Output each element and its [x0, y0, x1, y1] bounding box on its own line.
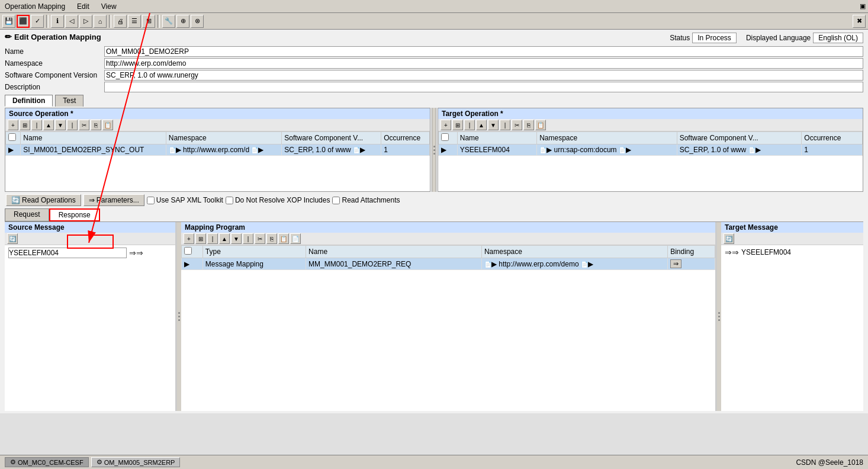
namespace-label: Namespace — [5, 59, 99, 68]
taskbar-item-1[interactable]: ⚙ OM_MC0_CEM-CESF — [5, 457, 89, 467]
tgt-add2-btn[interactable]: ⊞ — [452, 120, 463, 130]
toolbar-btn-info[interactable]: ℹ — [51, 15, 64, 28]
splitter-target[interactable] — [716, 222, 721, 411]
read-attachments-checkbox[interactable] — [332, 197, 340, 204]
tgt-col-name[interactable]: Name — [457, 132, 536, 144]
src-col-name[interactable]: Name — [21, 132, 166, 144]
map-sep1: | — [207, 233, 218, 244]
toolbar-btn-fwd[interactable]: ▷ — [79, 15, 92, 28]
map-new-btn[interactable]: 📄 — [290, 233, 301, 244]
map-sep2: | — [243, 233, 253, 244]
toolbar-btn-save[interactable]: 💾 — [2, 15, 15, 28]
edit-icon: ✏ — [5, 32, 12, 41]
map-copy-btn[interactable]: ⎘ — [266, 233, 277, 244]
tgt-copy-btn[interactable]: ⎘ — [523, 120, 534, 130]
name-input[interactable] — [104, 46, 863, 57]
tab-definition[interactable]: Definition — [5, 95, 53, 107]
tgt-col-occurrence[interactable]: Occurrence — [802, 132, 863, 144]
src-col-scv[interactable]: Software Component V... — [282, 132, 381, 144]
map-col-name[interactable]: Name — [306, 246, 482, 258]
parameters-btn[interactable]: ⇒ Parameters... — [83, 194, 144, 206]
map-paste-btn[interactable]: 📋 — [278, 233, 289, 244]
menu-edit[interactable]: Edit — [75, 1, 92, 12]
tab-test[interactable]: Test — [55, 95, 83, 107]
toolbar-btn-print[interactable]: 🖨 — [114, 15, 127, 28]
toolbar-btn-home[interactable]: ⌂ — [94, 15, 107, 28]
read-attachments-label[interactable]: Read Attachments — [332, 196, 400, 204]
src-col-namespace[interactable]: Namespace — [166, 132, 281, 144]
map-add2-btn[interactable]: ⊞ — [195, 233, 206, 244]
toolbar-btn-misc[interactable]: ⊗ — [191, 15, 204, 28]
src-sep2: | — [67, 120, 78, 130]
src-cut-btn[interactable]: ✂ — [79, 120, 89, 130]
use-sap-xml-checkbox[interactable] — [147, 197, 155, 204]
tgt-sep: | — [464, 120, 475, 130]
desc-input[interactable] — [104, 82, 863, 92]
map-col-type[interactable]: Type — [202, 246, 306, 258]
tab-response[interactable]: Response — [49, 208, 100, 221]
no-resolve-xop-label[interactable]: Do Not Resolve XOP Includes — [226, 196, 330, 204]
toolbar-btn-grid[interactable]: ⊞ — [142, 15, 155, 28]
tgt-col-scv[interactable]: Software Component V... — [677, 132, 802, 144]
scv-row: Software Component Version — [5, 70, 863, 81]
table-row[interactable]: ▶ YSEELEFM004 📄▶ urn:sap-com:docum 📄▶ SC… — [439, 144, 863, 156]
map-col-binding[interactable]: Binding — [668, 246, 715, 258]
tgt-paste-btn[interactable]: 📋 — [535, 120, 546, 130]
tgt-add-btn[interactable]: + — [441, 120, 451, 130]
no-resolve-xop-checkbox[interactable] — [226, 197, 233, 204]
src-copy-btn[interactable]: ⎘ — [91, 120, 101, 130]
src-select-all[interactable] — [8, 133, 16, 141]
src-row-name: SI_MM001_DEMO2ERP_SYNC_OUT — [21, 144, 166, 156]
tgt-msg-refresh-btn[interactable]: 🔄 — [724, 233, 734, 244]
map-cut-btn[interactable]: ✂ — [255, 233, 265, 244]
toolbar-btn-back[interactable]: ◁ — [65, 15, 78, 28]
map-select-all[interactable] — [184, 247, 192, 255]
menu-operation-mapping[interactable]: Operation Mapping — [2, 1, 67, 12]
tgt-empty-area — [438, 156, 863, 191]
splitter-vertical[interactable] — [432, 108, 436, 192]
tgt-select-all[interactable] — [441, 133, 449, 141]
splitter-msg[interactable] — [176, 222, 181, 411]
read-operations-btn[interactable]: 🔄 Read Operations — [6, 194, 81, 206]
toolbar-btn-tools[interactable]: 🔧 — [162, 15, 175, 28]
toolbar-btn-close[interactable]: ✖ — [853, 15, 866, 28]
src-add-btn[interactable]: + — [8, 120, 18, 130]
tgt-up-btn[interactable]: ▲ — [476, 120, 487, 130]
tab-request[interactable]: Request — [5, 208, 49, 221]
src-add2-btn[interactable]: ⊞ — [20, 120, 30, 130]
source-message-input[interactable] — [8, 248, 127, 258]
map-row-type: Message Mapping — [202, 258, 306, 270]
source-operation-table: Name Namespace Software Component V... O… — [5, 131, 430, 156]
src-msg-refresh-btn[interactable]: 🔄 — [7, 233, 18, 244]
menu-view[interactable]: View — [99, 1, 119, 12]
toolbar-btn-nav[interactable]: ⊕ — [176, 15, 189, 28]
main-tabs: Definition Test — [5, 95, 863, 107]
toolbar-btn-list[interactable]: ☰ — [128, 15, 141, 28]
binding-btn[interactable]: ⇒ — [670, 259, 681, 268]
tgt-col-namespace[interactable]: Namespace — [537, 132, 677, 144]
map-down-btn[interactable]: ▼ — [231, 233, 242, 244]
map-up-btn[interactable]: ▲ — [219, 233, 230, 244]
bottom-tabs: Request Response — [5, 208, 863, 221]
source-message-panel: Source Message 🔄 ⇒⇒ — [5, 222, 176, 411]
taskbar-item-2[interactable]: ⚙ OM_MM005_SRM2ERP — [91, 457, 181, 467]
map-col-namespace[interactable]: Namespace — [481, 246, 667, 258]
menu-bar: Operation Mapping Edit View ▣ — [0, 0, 868, 13]
toolbar-btn-check[interactable]: ✓ — [31, 15, 44, 28]
namespace-input[interactable] — [104, 58, 863, 69]
tgt-cut-btn[interactable]: ✂ — [512, 120, 522, 130]
src-empty-area — [5, 156, 430, 191]
map-add-btn[interactable]: + — [184, 233, 194, 244]
src-col-occurrence[interactable]: Occurrence — [381, 132, 430, 144]
scv-input[interactable] — [104, 70, 863, 81]
table-row[interactable]: ▶ SI_MM001_DEMO2ERP_SYNC_OUT 📄▶ http://w… — [6, 144, 430, 156]
toolbar-btn-activate[interactable]: ⬛ — [17, 15, 30, 28]
use-sap-xml-label[interactable]: Use SAP XML Toolkit — [147, 196, 223, 204]
table-row[interactable]: ▶ Message Mapping MM_MM001_DEMO2ERP_REQ … — [182, 258, 715, 270]
src-up-btn[interactable]: ▲ — [43, 120, 54, 130]
tgt-down-btn[interactable]: ▼ — [488, 120, 499, 130]
src-down-btn[interactable]: ▼ — [55, 120, 66, 130]
taskbar-icon-2: ⚙ — [97, 458, 102, 466]
src-paste-btn[interactable]: 📋 — [102, 120, 113, 130]
tgt-col-checkbox — [439, 132, 458, 144]
